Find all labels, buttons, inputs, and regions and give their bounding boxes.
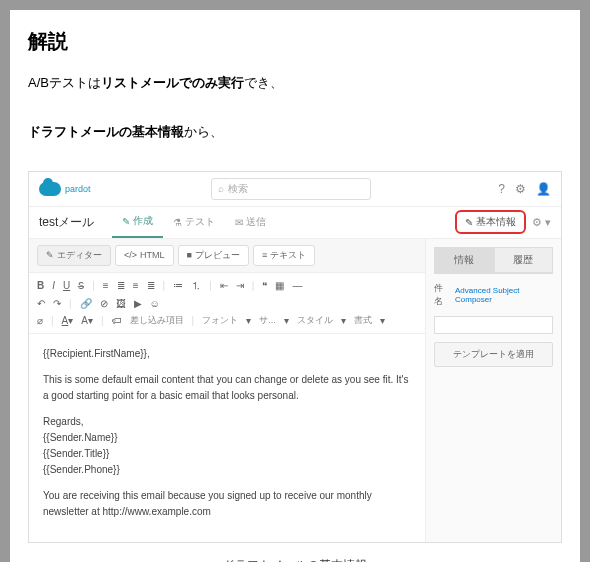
body-regards: Regards, bbox=[43, 416, 84, 427]
align-justify-icon[interactable]: ≣ bbox=[147, 280, 155, 291]
style-select[interactable]: スタイル bbox=[297, 314, 333, 327]
outdent-icon[interactable]: ⇤ bbox=[220, 280, 228, 291]
body-greeting: {{Recipient.FirstName}}, bbox=[43, 346, 411, 362]
flask-icon: ⚗ bbox=[173, 217, 182, 228]
font-select[interactable]: フォント bbox=[202, 314, 238, 327]
quote-icon[interactable]: ❝ bbox=[262, 280, 267, 291]
unlink-icon[interactable]: ⊘ bbox=[100, 298, 108, 309]
pencil-icon: ✎ bbox=[122, 216, 130, 227]
salesforce-cloud-icon bbox=[39, 182, 61, 196]
search-icon: ⌕ bbox=[218, 183, 224, 194]
subtab-editor[interactable]: ✎エディター bbox=[37, 245, 111, 266]
caret-icon: ▾ bbox=[246, 315, 251, 326]
emoji-icon[interactable]: ☺ bbox=[150, 298, 160, 309]
editor-toolbar: B I U S̶ | ≡ ≣ ≡ ≣ | ≔ ⒈ | ⇤ ⇥ bbox=[29, 273, 425, 334]
merge-field-icon[interactable]: 🏷 bbox=[112, 315, 122, 326]
undo-icon[interactable]: ↶ bbox=[37, 298, 45, 309]
logo: pardot bbox=[39, 182, 91, 196]
topbar: pardot ⌕ 検索 ? ⚙ 👤 bbox=[29, 172, 561, 207]
video-icon[interactable]: ▶ bbox=[134, 298, 142, 309]
subtab-html[interactable]: </>HTML bbox=[115, 245, 174, 266]
tab-label: 作成 bbox=[133, 214, 153, 228]
subject-composer-link[interactable]: Advanced Subject Composer bbox=[455, 286, 553, 304]
label: HTML bbox=[140, 250, 165, 260]
side-tab-history[interactable]: 履歴 bbox=[494, 247, 554, 273]
link-icon[interactable]: 🔗 bbox=[80, 298, 92, 309]
send-icon: ✉ bbox=[235, 217, 243, 228]
body-paragraph: This is some default email content that … bbox=[43, 372, 411, 404]
text-bold: ドラフトメールの bbox=[28, 124, 132, 139]
label: プレビュー bbox=[195, 249, 240, 262]
paragraph-2: ドラフトメールの基本情報から、 bbox=[28, 122, 562, 143]
align-center-icon[interactable]: ≣ bbox=[117, 280, 125, 291]
size-select[interactable]: サ... bbox=[259, 314, 276, 327]
list-icon[interactable]: ≔ bbox=[173, 280, 183, 291]
apply-template-button[interactable]: テンプレートを適用 bbox=[434, 342, 553, 367]
text-bold: 基本情報 bbox=[132, 124, 184, 139]
pencil-icon: ✎ bbox=[465, 217, 473, 228]
user-icon[interactable]: 👤 bbox=[536, 182, 551, 196]
text: A/Bテストは bbox=[28, 75, 101, 90]
tab-test[interactable]: ⚗ テスト bbox=[163, 206, 225, 238]
editor-subtabs: ✎エディター </>HTML ■プレビュー ≡テキスト bbox=[29, 239, 425, 273]
button-label: 基本情報 bbox=[476, 215, 516, 229]
help-icon[interactable]: ? bbox=[498, 182, 505, 196]
search[interactable]: ⌕ 検索 bbox=[211, 178, 371, 200]
side-tab-info[interactable]: 情報 bbox=[434, 247, 494, 273]
label: テキスト bbox=[270, 249, 306, 262]
code-icon: </> bbox=[124, 250, 137, 260]
body-sender-title: {{Sender.Title}} bbox=[43, 448, 109, 459]
document-title: testメール bbox=[39, 214, 94, 231]
tab-send[interactable]: ✉ 送信 bbox=[225, 206, 276, 238]
pencil-icon: ✎ bbox=[46, 250, 54, 260]
align-right-icon[interactable]: ≡ bbox=[133, 280, 139, 291]
caret-icon: ▾ bbox=[341, 315, 346, 326]
tab-label: 送信 bbox=[246, 215, 266, 229]
bold-icon[interactable]: B bbox=[37, 280, 44, 291]
numbered-list-icon[interactable]: ⒈ bbox=[191, 279, 201, 293]
search-placeholder: 検索 bbox=[228, 182, 248, 196]
side-panel: 情報 履歴 件名 Advanced Subject Composer テンプレー… bbox=[426, 239, 561, 542]
format-select[interactable]: 書式 bbox=[354, 314, 372, 327]
eye-icon: ■ bbox=[187, 250, 192, 260]
brand-text: pardot bbox=[65, 184, 91, 194]
underline-icon[interactable]: U bbox=[63, 280, 70, 291]
text: でき、 bbox=[244, 75, 283, 90]
tab-label: テスト bbox=[185, 215, 215, 229]
subject-input[interactable] bbox=[434, 316, 553, 334]
text-bold: リストメールでのみ実行 bbox=[101, 75, 244, 90]
redo-icon[interactable]: ↷ bbox=[53, 298, 61, 309]
caret-icon: ▾ bbox=[380, 315, 385, 326]
figure-caption: ドラフトメールの基本情報 bbox=[28, 557, 562, 562]
table-icon[interactable]: ▦ bbox=[275, 280, 284, 291]
merge-field-label[interactable]: 差し込み項目 bbox=[130, 314, 184, 327]
basic-info-button[interactable]: ✎ 基本情報 bbox=[455, 210, 526, 234]
settings-dropdown[interactable]: ⚙ ▾ bbox=[532, 216, 551, 229]
caret-icon: ▾ bbox=[284, 315, 289, 326]
hr-icon[interactable]: — bbox=[292, 280, 302, 291]
image-icon[interactable]: 🖼 bbox=[116, 298, 126, 309]
text-icon: ≡ bbox=[262, 250, 267, 260]
indent-icon[interactable]: ⇥ bbox=[236, 280, 244, 291]
label: エディター bbox=[57, 249, 102, 262]
text-color-icon[interactable]: A▾ bbox=[62, 315, 74, 326]
align-left-icon[interactable]: ≡ bbox=[103, 280, 109, 291]
body-footer: You are receiving this email because you… bbox=[43, 488, 411, 520]
paragraph-1: A/Bテストはリストメールでのみ実行でき、 bbox=[28, 73, 562, 94]
bg-color-icon[interactable]: A▾ bbox=[81, 315, 93, 326]
body-sender-name: {{Sender.Name}} bbox=[43, 432, 118, 443]
page-title: 解説 bbox=[28, 28, 562, 55]
italic-icon[interactable]: I bbox=[52, 280, 55, 291]
email-body[interactable]: {{Recipient.FirstName}}, This is some de… bbox=[29, 334, 425, 542]
subtab-text[interactable]: ≡テキスト bbox=[253, 245, 315, 266]
tabbar: testメール ✎ 作成 ⚗ テスト ✉ 送信 ✎ 基本情報 ⚙ ▾ bbox=[29, 207, 561, 239]
body-sender-phone: {{Sender.Phone}} bbox=[43, 464, 120, 475]
subject-label: 件名 bbox=[434, 282, 451, 308]
strike-icon[interactable]: S̶ bbox=[78, 280, 84, 291]
tab-create[interactable]: ✎ 作成 bbox=[112, 206, 163, 238]
clear-format-icon[interactable]: ⌀ bbox=[37, 315, 43, 326]
gear-icon[interactable]: ⚙ bbox=[515, 182, 526, 196]
text: から、 bbox=[184, 124, 223, 139]
app-screenshot: pardot ⌕ 検索 ? ⚙ 👤 testメール ✎ 作成 ⚗ bbox=[28, 171, 562, 543]
subtab-preview[interactable]: ■プレビュー bbox=[178, 245, 249, 266]
